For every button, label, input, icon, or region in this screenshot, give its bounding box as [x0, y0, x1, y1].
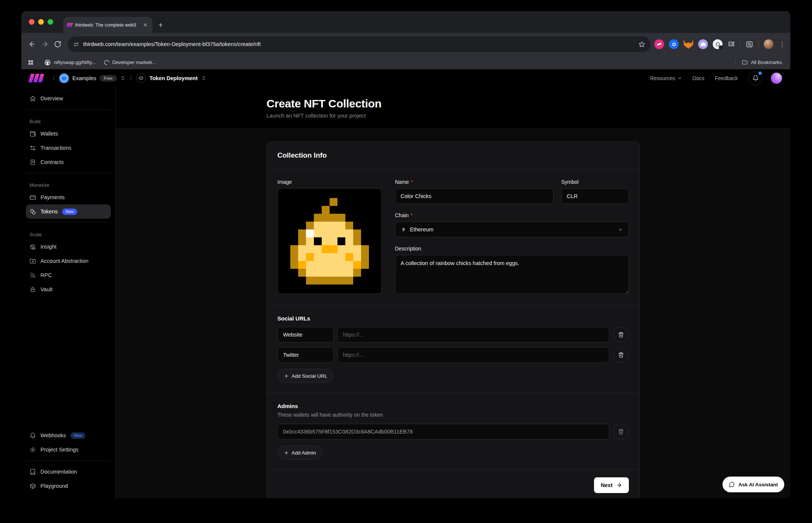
sidebar-item-transactions[interactable]: Transactions [26, 141, 111, 155]
social-name-input[interactable] [278, 327, 334, 343]
required-asterisk: * [411, 179, 413, 185]
all-bookmarks-button[interactable]: All Bookmarks [739, 58, 784, 67]
sidebar-item-rpc[interactable]: RPC [26, 268, 111, 282]
add-admin-button[interactable]: Add Admin [278, 446, 322, 460]
sidebar-item-wallets[interactable]: Wallets [26, 127, 111, 141]
plus-icon [284, 450, 289, 455]
admins-section: Admins These wallets will have authority… [267, 393, 639, 469]
sidebar-item-project-settings[interactable]: Project Settings [26, 443, 111, 457]
admin-address-input[interactable] [278, 424, 609, 440]
bookmark-niftyswap[interactable]: niftyswap.gg/Nifty... [42, 58, 98, 67]
team-avatar [59, 73, 69, 83]
extension-pink-icon[interactable] [654, 39, 664, 49]
symbol-label: Symbol [561, 179, 579, 185]
project-switcher[interactable]: Token Deployment [136, 73, 206, 83]
tab-strip: thirdweb: The complete web3 ✕ + [21, 11, 790, 33]
plan-badge: Free [100, 75, 117, 82]
metamask-extension-icon[interactable] [684, 40, 693, 49]
tab-search-icon[interactable] [745, 40, 754, 48]
back-button[interactable] [26, 38, 39, 51]
sidebar-item-tokens[interactable]: Tokens New [26, 204, 111, 219]
thirdweb-logo[interactable] [30, 74, 43, 82]
main-content: Create NFT Collection Launch an NFT coll… [116, 87, 790, 498]
sidebar-item-insight[interactable]: Insight [26, 240, 111, 254]
sidebar-item-contracts[interactable]: Contracts [26, 155, 111, 169]
delete-admin-button[interactable] [613, 424, 629, 440]
content-body: Collection Info Image [116, 129, 790, 498]
close-window-button[interactable] [29, 19, 34, 25]
divider [27, 109, 110, 110]
account-avatar[interactable] [771, 73, 782, 84]
divider [27, 222, 110, 223]
chat-bubble-icon [729, 481, 735, 487]
social-url-input[interactable] [337, 347, 609, 363]
browser-tab[interactable]: thirdweb: The complete web3 ✕ [63, 17, 152, 33]
gear-icon [30, 447, 36, 453]
next-button[interactable]: Next [594, 477, 628, 493]
social-name-input[interactable] [278, 347, 334, 363]
folder-icon [742, 59, 748, 66]
social-url-input[interactable] [337, 327, 609, 343]
description-label: Description [395, 246, 421, 252]
apps-grid-icon[interactable] [27, 59, 34, 66]
url-bar[interactable]: thirdweb.com/team/examples/Token-Deploym… [68, 36, 651, 52]
all-bookmarks-label: All Bookmarks [751, 60, 782, 65]
card-header: Collection Info [267, 142, 639, 169]
ask-ai-assistant-button[interactable]: Ask AI Assistant [722, 477, 784, 492]
sidebar-item-account-abstraction[interactable]: Account Abstraction [26, 254, 111, 268]
divider [27, 460, 110, 461]
forward-button[interactable] [39, 38, 51, 51]
social-url-row [278, 347, 629, 363]
delete-social-url-button[interactable] [613, 347, 629, 363]
admin-row [278, 424, 629, 440]
extension-blue-icon[interactable] [669, 39, 679, 49]
social-url-row [278, 327, 629, 343]
delete-social-url-button[interactable] [613, 327, 629, 343]
zoom-window-button[interactable] [48, 19, 53, 25]
sidebar-item-overview[interactable]: Overview [26, 91, 111, 106]
bell-icon [752, 75, 759, 81]
folder-wallet-icon [30, 258, 36, 264]
bookmark-developer-marketing[interactable]: Developer marketi... [102, 58, 158, 66]
name-input[interactable] [395, 188, 554, 204]
chevron-down-icon [618, 227, 623, 232]
browser-menu-icon[interactable]: ⋮ [778, 40, 786, 48]
new-tab-button[interactable]: + [155, 20, 166, 30]
phantom-extension-icon[interactable] [698, 39, 708, 49]
feedback-link[interactable]: Feedback [715, 75, 738, 81]
bookmark-label: niftyswap.gg/Nifty... [54, 60, 96, 65]
docs-link[interactable]: Docs [693, 75, 705, 81]
sidebar-section-monetize: Monetize [30, 182, 107, 188]
resources-menu[interactable]: Resources [650, 75, 682, 81]
clock-extension-icon[interactable] [713, 39, 722, 49]
collection-image-upload[interactable] [278, 188, 382, 294]
admins-description: These wallets will have authority on the… [278, 412, 629, 418]
url-text[interactable]: thirdweb.com/team/examples/Token-Deploym… [83, 41, 634, 47]
sidebar-item-vault[interactable]: Vault [26, 282, 111, 297]
extensions-puzzle-icon[interactable] [727, 40, 735, 48]
sidebar-item-payments[interactable]: Payments [26, 190, 111, 204]
tab-title: thirdweb: The complete web3 [75, 22, 139, 28]
sidebar-item-playground[interactable]: Playground [26, 479, 111, 493]
notifications-button[interactable] [748, 71, 763, 85]
sidebar-item-documentation[interactable]: Documentation [26, 465, 111, 479]
browser-profile-avatar[interactable] [764, 39, 773, 49]
project-avatar [136, 73, 146, 83]
reload-button[interactable] [51, 38, 64, 51]
bookmark-star-icon[interactable] [638, 41, 645, 48]
site-settings-icon[interactable] [73, 41, 79, 48]
sidebar-item-webhooks[interactable]: Webhooks New [26, 428, 111, 443]
add-social-url-button[interactable]: Add Social URL [278, 369, 334, 383]
chain-select[interactable]: Ethereum [395, 222, 629, 237]
app-header: / Examples Free / Token Deployment Resou… [21, 69, 790, 87]
symbol-input[interactable] [561, 188, 628, 204]
home-icon [30, 95, 36, 102]
sidebar-section-scale: Scale [30, 232, 107, 237]
team-switcher[interactable]: Examples Free [59, 73, 125, 83]
description-textarea[interactable]: A collection of rainbow chicks hatched f… [395, 255, 629, 294]
notification-dot [758, 72, 762, 75]
minimize-window-button[interactable] [38, 19, 44, 25]
chain-value: Ethereum [410, 226, 434, 232]
tab-close-icon[interactable]: ✕ [142, 22, 149, 28]
card-footer: Next [267, 469, 639, 498]
